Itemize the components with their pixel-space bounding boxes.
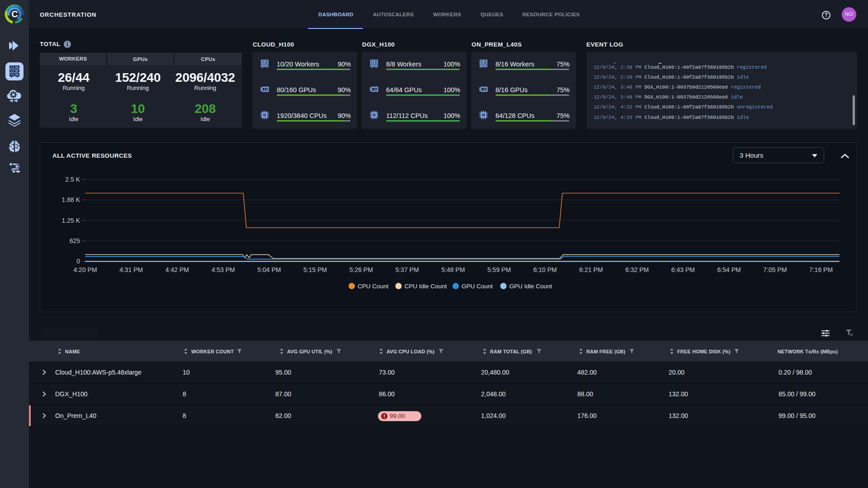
svg-text:6:21 PM: 6:21 PM <box>579 266 603 273</box>
svg-text:5:37 PM: 5:37 PM <box>395 266 419 273</box>
svg-text:6:54 PM: 6:54 PM <box>717 266 741 273</box>
svg-text:5:48 PM: 5:48 PM <box>441 266 465 273</box>
svg-text:7:16 PM: 7:16 PM <box>809 266 833 273</box>
svg-text:1.88 K: 1.88 K <box>62 196 80 203</box>
svg-text:625: 625 <box>70 237 80 244</box>
svg-text:6:10 PM: 6:10 PM <box>533 266 557 273</box>
svg-text:4:20 PM: 4:20 PM <box>73 266 97 273</box>
svg-text:CPU Idle Count: CPU Idle Count <box>405 283 447 290</box>
svg-text:4:31 PM: 4:31 PM <box>119 266 143 273</box>
svg-text:GPU Count: GPU Count <box>462 283 493 290</box>
svg-text:5:15 PM: 5:15 PM <box>303 266 327 273</box>
svg-text:C: C <box>11 9 18 19</box>
svg-text:1.25 K: 1.25 K <box>62 217 80 224</box>
svg-text:GPU Idle Count: GPU Idle Count <box>509 283 552 290</box>
svg-text:7:05 PM: 7:05 PM <box>763 266 787 273</box>
svg-text:5:26 PM: 5:26 PM <box>349 266 373 273</box>
svg-text:CPU Count: CPU Count <box>358 283 389 290</box>
svg-text:4:42 PM: 4:42 PM <box>165 266 189 273</box>
svg-text:2.5 K: 2.5 K <box>65 176 80 183</box>
svg-text:6:43 PM: 6:43 PM <box>671 266 695 273</box>
svg-text:5:04 PM: 5:04 PM <box>257 266 281 273</box>
svg-text:4:53 PM: 4:53 PM <box>212 266 235 273</box>
svg-text:5:59 PM: 5:59 PM <box>487 266 511 273</box>
svg-text:6:32 PM: 6:32 PM <box>625 266 649 273</box>
svg-text:0: 0 <box>76 258 80 265</box>
